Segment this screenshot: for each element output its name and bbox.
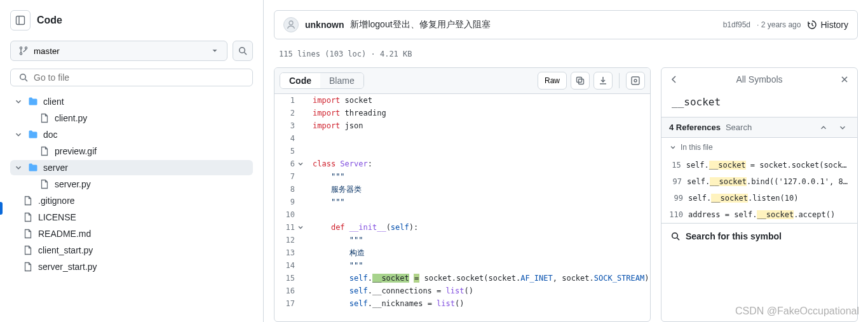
code-line[interactable]: 1import socket [275,94,650,107]
line-number[interactable]: 16 [275,285,306,297]
sidebar-title: Code [37,15,62,26]
reference-item[interactable]: 110address = self.__socket.accept() [661,206,857,223]
line-content [306,208,650,221]
fold-toggle[interactable] [296,159,305,168]
fold-toggle[interactable] [296,223,305,232]
ref-next-button[interactable] [836,123,850,132]
reference-item[interactable]: 15self.__socket = socket.socket(socket.A… [661,157,857,173]
code-line[interactable]: 15 self.__socket = socket.socket(socket.… [275,272,650,285]
go-to-file-search[interactable] [10,69,253,86]
commit-message[interactable]: 新增logout登出、修复用户登入阻塞 [350,19,490,30]
line-number[interactable]: 6 [275,158,306,170]
tree-dir[interactable]: server [10,160,253,175]
code-line[interactable]: 3import json [275,119,650,132]
code-line[interactable]: 14 """ [275,259,650,272]
history-link[interactable]: History [807,20,848,30]
code-line[interactable]: 8 服务器类 [275,183,650,196]
code-line[interactable]: 7 """ [275,170,650,183]
copy-button[interactable] [571,72,590,90]
code-line[interactable]: 17 self.__nicknames = list() [275,297,650,310]
tree-file[interactable]: README.md [10,226,253,241]
file-icon [23,212,33,222]
line-number[interactable]: 4 [275,132,306,145]
reference-code: self.__socket.listen(10) [688,194,798,203]
line-number[interactable]: 17 [275,297,306,310]
line-number[interactable]: 7 [275,170,306,183]
tree-item-label: .gitignore [38,196,75,206]
reference-count: 4 References [669,123,721,132]
code-line[interactable]: 4 [275,132,650,145]
symbols-toggle-button[interactable] [626,72,645,90]
folder-icon [28,163,38,173]
svg-rect-10 [579,79,584,84]
line-number[interactable]: 15 [275,272,306,285]
code-line[interactable]: 6class Server: [275,158,650,170]
svg-point-5 [240,48,245,53]
tree-file[interactable]: server.py [10,177,253,192]
svg-point-3 [20,53,22,55]
tree-file[interactable]: server_start.py [10,259,253,274]
line-number[interactable]: 13 [275,246,306,259]
chevron-down-icon [14,97,23,106]
sidebar-layout-icon[interactable] [10,10,31,30]
active-file-indicator [0,202,3,215]
content-row: Code Blame Raw 1import socket2import thr… [274,67,858,322]
file-meta: 115 lines (103 loc) · 4.21 KB [274,46,858,67]
code-line[interactable]: 12 """ [275,234,650,246]
ref-prev-button[interactable] [817,123,831,132]
go-to-file-input[interactable] [34,72,245,83]
symbols-back-button[interactable] [669,74,679,84]
line-number[interactable]: 2 [275,107,306,119]
branch-selector[interactable]: master [10,41,227,61]
line-content: """ [306,170,650,183]
line-number[interactable]: 1 [275,94,306,107]
folder-icon [28,97,38,107]
code-line[interactable]: 9 """ [275,196,650,208]
line-number[interactable]: 3 [275,119,306,132]
search-for-symbol-button[interactable]: Search for this symbol [661,223,857,249]
raw-button[interactable]: Raw [538,72,567,90]
tree-file[interactable]: preview.gif [10,144,253,159]
branch-search-button[interactable] [233,41,253,61]
line-number[interactable]: 14 [275,259,306,272]
line-content: import socket [306,94,650,107]
reference-scope[interactable]: Search [726,123,752,132]
tab-code[interactable]: Code [280,73,320,88]
symbols-close-button[interactable] [839,74,850,84]
folder-icon [28,130,38,140]
main-panel: unknown 新增logout登出、修复用户登入阻塞 b1df95d · 2 … [264,0,868,322]
reference-group[interactable]: In this file [661,138,857,157]
reference-line-number: 97 [669,177,682,186]
reference-item[interactable]: 97self.__socket.bind(('127.0.0.1', 8888)… [661,173,857,190]
line-number[interactable]: 5 [275,145,306,158]
code-line[interactable]: 2import threading [275,107,650,119]
tree-file[interactable]: .gitignore [10,193,253,208]
svg-point-7 [20,74,26,80]
code-line[interactable]: 5 [275,145,650,158]
tree-file[interactable]: client.py [10,111,253,126]
line-number[interactable]: 10 [275,208,306,221]
tree-file[interactable]: LICENSE [10,210,253,225]
line-number[interactable]: 8 [275,183,306,196]
svg-rect-0 [17,17,25,25]
code-line[interactable]: 11 def __init__(self): [275,221,650,234]
line-content: """ [306,259,650,272]
tree-dir[interactable]: client [10,94,253,109]
code-body[interactable]: 1import socket2import threading3import j… [275,94,650,321]
tab-blame[interactable]: Blame [320,73,363,88]
line-number[interactable]: 11 [275,221,306,234]
tree-dir[interactable]: doc [10,127,253,142]
tree-file[interactable]: client_start.py [10,243,253,258]
svg-line-8 [25,79,28,82]
line-number[interactable]: 12 [275,234,306,246]
reference-list: 15self.__socket = socket.socket(socket.A… [661,157,857,223]
code-line[interactable]: 16 self.__connections = list() [275,285,650,297]
download-button[interactable] [593,72,613,90]
code-line[interactable]: 10 [275,208,650,221]
commit-sha[interactable]: b1df95d [723,20,750,29]
commit-author[interactable]: unknown [305,20,344,30]
code-line[interactable]: 13 构造 [275,246,650,259]
svg-point-14 [672,233,678,239]
line-number[interactable]: 9 [275,196,306,208]
reference-item[interactable]: 99self.__socket.listen(10) [661,190,857,206]
